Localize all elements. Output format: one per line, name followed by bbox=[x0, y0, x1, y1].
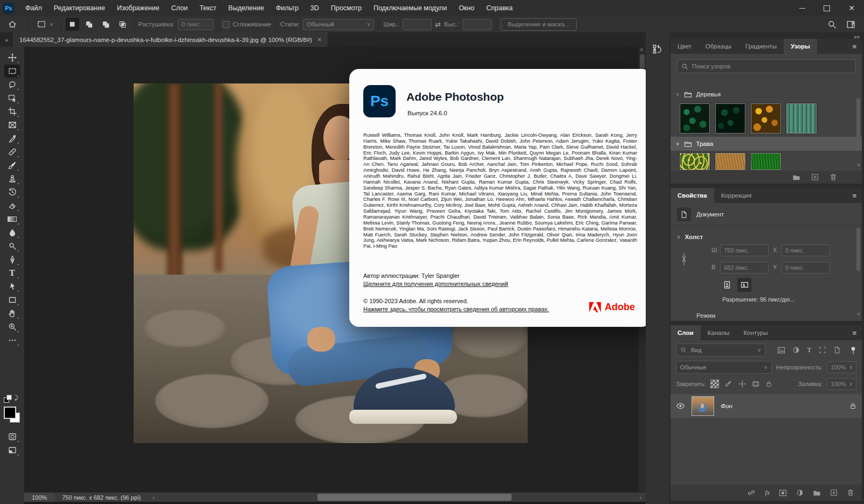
properties-scrollbar[interactable] bbox=[856, 226, 861, 296]
pattern-folder-grass[interactable]: ∨ Трава bbox=[671, 137, 862, 151]
select-and-mask-button[interactable]: Выделение и маска... bbox=[501, 18, 577, 31]
lock-position-icon[interactable] bbox=[738, 380, 746, 388]
clone-stamp-tool[interactable] bbox=[4, 172, 20, 185]
pattern-swatch-grass-2[interactable] bbox=[715, 153, 745, 170]
pattern-swatch-grass-3[interactable] bbox=[751, 153, 781, 170]
canvas-width-field[interactable]: 750 пикс. bbox=[720, 244, 769, 256]
scroll-right-icon[interactable]: › bbox=[635, 495, 646, 501]
filter-shape-layers-icon[interactable] bbox=[819, 346, 826, 354]
layer-style-fx-icon[interactable]: fx bbox=[765, 489, 770, 497]
filter-toggle-pin-icon[interactable] bbox=[850, 346, 856, 354]
workspace-icon[interactable] bbox=[846, 20, 855, 29]
pattern-swatch-grass-1[interactable] bbox=[680, 153, 710, 170]
add-mask-icon[interactable] bbox=[779, 489, 787, 496]
menu-edit[interactable]: Редактирование bbox=[48, 0, 111, 16]
layer-thumbnail[interactable] bbox=[692, 396, 714, 416]
tab-patterns[interactable]: Узоры bbox=[784, 39, 817, 54]
object-selection-tool[interactable] bbox=[4, 92, 20, 104]
scroll-thumb[interactable] bbox=[856, 228, 860, 271]
new-group-icon[interactable] bbox=[813, 489, 821, 496]
menu-select[interactable]: Выделение bbox=[223, 0, 270, 16]
new-selection-button[interactable] bbox=[66, 18, 79, 31]
link-dimensions-icon[interactable] bbox=[680, 251, 688, 267]
maximize-button[interactable] bbox=[814, 0, 839, 16]
gradient-tool[interactable] bbox=[4, 213, 20, 226]
new-group-icon[interactable] bbox=[792, 174, 800, 181]
tab-layers[interactable]: Слои bbox=[671, 325, 701, 340]
lock-artboard-icon[interactable] bbox=[752, 380, 759, 388]
history-brush-tool[interactable] bbox=[4, 186, 20, 199]
horizontal-scroll-thumb[interactable] bbox=[317, 494, 512, 501]
menu-window[interactable]: Окно bbox=[453, 0, 480, 16]
lock-pixels-icon[interactable] bbox=[725, 380, 732, 388]
lock-transparency-icon[interactable] bbox=[710, 380, 719, 388]
screen-mode-button[interactable] bbox=[4, 444, 20, 457]
tab-overflow-chevron[interactable]: » bbox=[0, 32, 13, 47]
tool-preset-button[interactable]: ∨ bbox=[33, 19, 57, 29]
layer-filter-dropdown[interactable]: Вид ∨ bbox=[676, 344, 765, 356]
brush-tool[interactable] bbox=[4, 159, 20, 172]
scroll-down-icon[interactable]: ∨ bbox=[856, 311, 860, 317]
pattern-swatch-trees-3[interactable] bbox=[751, 103, 781, 134]
canvas-x-field[interactable]: 0 пикс. bbox=[782, 244, 830, 256]
styles-dropdown[interactable]: Обычный∨ bbox=[303, 19, 374, 30]
panel-menu-icon[interactable]: ≡ bbox=[847, 188, 862, 203]
blur-tool[interactable] bbox=[4, 226, 20, 239]
pen-tool[interactable] bbox=[4, 253, 20, 266]
blend-mode-dropdown[interactable]: Обычные ∨ bbox=[676, 361, 772, 374]
feather-input[interactable]: 0 пикс. bbox=[178, 19, 213, 30]
menu-type[interactable]: Текст bbox=[193, 0, 222, 16]
landscape-orientation-button[interactable] bbox=[737, 278, 751, 292]
pattern-swatch-trees-1[interactable] bbox=[680, 103, 710, 134]
fill-value[interactable]: 100% ∨ bbox=[827, 378, 856, 390]
pattern-swatch-trees-2[interactable] bbox=[715, 103, 745, 134]
height-input[interactable] bbox=[462, 19, 492, 30]
delete-icon[interactable] bbox=[830, 173, 837, 181]
menu-view[interactable]: Просмотр bbox=[325, 0, 368, 16]
menu-help[interactable]: Справка bbox=[480, 0, 519, 16]
tab-channels[interactable]: Каналы bbox=[701, 325, 737, 340]
menu-image[interactable]: Изображение bbox=[111, 0, 165, 16]
scroll-down-icon[interactable]: ∨ bbox=[856, 162, 860, 167]
link-layers-icon[interactable] bbox=[747, 489, 756, 496]
delete-layer-icon[interactable] bbox=[847, 489, 854, 496]
home-button[interactable] bbox=[0, 20, 24, 29]
tab-adjustments[interactable]: Коррекция bbox=[714, 188, 759, 203]
tab-color[interactable]: Цвет bbox=[671, 39, 699, 54]
lasso-tool[interactable] bbox=[4, 78, 20, 91]
type-tool[interactable]: T bbox=[4, 267, 20, 279]
more-tools[interactable] bbox=[4, 334, 20, 347]
subtract-from-selection-button[interactable] bbox=[99, 18, 113, 31]
close-button[interactable]: ✕ bbox=[839, 0, 864, 16]
quick-mask-button[interactable] bbox=[4, 430, 20, 443]
canvas-section-header[interactable]: ∨ Холст bbox=[671, 228, 862, 243]
canvas-height-field[interactable]: 682 пикс. bbox=[720, 262, 769, 274]
legal-notices-link[interactable]: Нажмите здесь, чтобы просмотреть сведени… bbox=[363, 306, 549, 312]
swap-dimensions-icon[interactable]: ⇄ bbox=[435, 20, 441, 29]
move-tool[interactable] bbox=[4, 51, 20, 64]
new-layer-icon[interactable] bbox=[830, 489, 838, 496]
spot-healing-brush-tool[interactable] bbox=[4, 145, 20, 158]
menu-file[interactable]: Файл bbox=[19, 0, 48, 16]
search-icon[interactable] bbox=[827, 20, 837, 29]
dodge-tool[interactable] bbox=[4, 240, 20, 253]
foreground-color-swatch[interactable] bbox=[4, 407, 16, 419]
default-colors-widget[interactable]: ⤸ bbox=[3, 394, 22, 404]
eyedropper-tool[interactable] bbox=[4, 132, 20, 145]
tab-swatches[interactable]: Образцы bbox=[699, 39, 738, 54]
visibility-eye-icon[interactable] bbox=[676, 402, 685, 410]
close-tab-icon[interactable]: × bbox=[317, 36, 322, 44]
horizontal-scrollbar[interactable] bbox=[158, 493, 635, 502]
canvas-y-field[interactable]: 0 пикс. bbox=[782, 262, 830, 274]
tab-gradients[interactable]: Градиенты bbox=[738, 39, 784, 54]
mode-label[interactable]: Режим bbox=[696, 312, 715, 319]
hand-tool[interactable] bbox=[4, 307, 20, 320]
panel-menu-icon[interactable]: ≡ bbox=[847, 39, 862, 54]
rectangle-tool[interactable] bbox=[4, 293, 20, 306]
status-expand-icon[interactable]: › bbox=[148, 495, 158, 501]
filter-pixel-layers-icon[interactable] bbox=[777, 347, 785, 354]
document-tab[interactable]: 1644582552_37-glamours-name-p-devushka-v… bbox=[13, 32, 328, 47]
scroll-thumb[interactable] bbox=[856, 98, 860, 146]
rectangular-marquee-tool[interactable] bbox=[4, 65, 20, 78]
crop-tool[interactable] bbox=[4, 105, 20, 118]
